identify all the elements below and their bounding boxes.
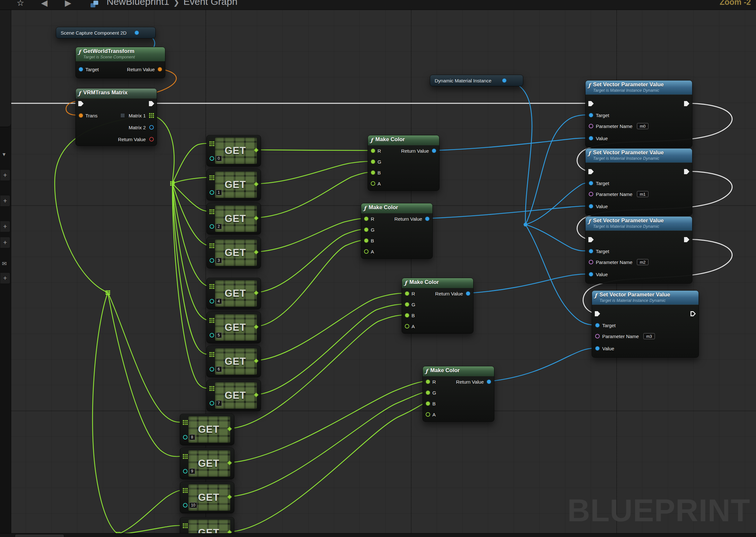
target-pin[interactable] xyxy=(595,323,600,328)
index-pin[interactable] xyxy=(210,258,214,263)
node-array-get-1[interactable]: GET1 xyxy=(206,169,261,200)
exec-in-pin[interactable] xyxy=(589,101,594,106)
index-pin[interactable] xyxy=(210,156,214,161)
value-pin[interactable] xyxy=(589,204,593,209)
node-array-get-8[interactable]: GET8 xyxy=(180,414,234,445)
index-value[interactable]: 0 xyxy=(216,156,222,161)
value-pin[interactable] xyxy=(589,136,593,141)
exec-in-pin[interactable] xyxy=(595,311,600,316)
index-pin[interactable] xyxy=(183,435,188,439)
output-pin[interactable] xyxy=(502,78,507,83)
node-make-color-0[interactable]: ƒMake ColorRGBAReturn Value xyxy=(368,135,439,191)
trans-pin[interactable] xyxy=(79,113,83,118)
index-value[interactable]: 7 xyxy=(216,400,222,406)
r-pin[interactable] xyxy=(405,291,409,296)
node-array-get-5[interactable]: GET5 xyxy=(206,312,261,343)
a-pin[interactable] xyxy=(364,249,369,254)
return-value-pin[interactable] xyxy=(157,67,162,71)
node-make-color-1[interactable]: ƒMake ColorRGBAReturn Value xyxy=(361,203,433,259)
exec-out-pin[interactable] xyxy=(684,101,689,106)
array-pin[interactable] xyxy=(210,243,214,248)
a-pin[interactable] xyxy=(405,324,409,328)
parameter-name-pin[interactable] xyxy=(589,260,593,264)
graph-canvas[interactable]: BLUEPRINT Scene Capture Component 2DDyna… xyxy=(0,0,756,537)
g-pin[interactable] xyxy=(371,159,375,164)
index-pin[interactable] xyxy=(210,333,214,338)
return-value-pin[interactable] xyxy=(432,148,436,153)
exec-in-pin[interactable] xyxy=(589,169,594,174)
array-pin[interactable] xyxy=(210,176,214,180)
node-array-get-9[interactable]: GET9 xyxy=(180,448,234,479)
r-pin[interactable] xyxy=(371,148,375,153)
parameter-name-value[interactable]: m3 xyxy=(643,333,655,339)
node-set-vector-parameter-value-1[interactable]: ƒSet Vector Parameter ValueTarget is Mat… xyxy=(585,148,692,216)
add-tab-button[interactable]: + xyxy=(0,272,10,284)
node-dynamic-material-instance[interactable]: Dynamic Material Instance xyxy=(430,75,523,86)
parameter-name-pin[interactable] xyxy=(595,334,600,338)
a-pin[interactable] xyxy=(371,181,375,186)
g-pin[interactable] xyxy=(426,391,430,395)
favorite-star-icon[interactable]: ☆ xyxy=(17,0,24,8)
breadcrumb-page[interactable]: Event Graph xyxy=(183,0,237,7)
index-pin[interactable] xyxy=(210,190,214,195)
add-tab-button[interactable]: + xyxy=(0,195,10,207)
parameter-name-pin[interactable] xyxy=(589,192,593,196)
output-pin[interactable] xyxy=(135,30,139,35)
parameter-name-pin[interactable] xyxy=(589,124,593,128)
array-pin[interactable] xyxy=(210,318,214,323)
array-pin[interactable] xyxy=(210,142,214,146)
array-pin[interactable] xyxy=(210,352,214,357)
index-value[interactable]: 9 xyxy=(189,468,195,474)
back-icon[interactable]: ◀ xyxy=(41,0,48,8)
array-pin[interactable] xyxy=(210,209,214,214)
target-pin[interactable] xyxy=(589,181,593,186)
index-pin[interactable] xyxy=(210,367,214,371)
add-tab-button[interactable]: + xyxy=(0,237,10,248)
exec-out-pin[interactable] xyxy=(149,101,155,106)
b-pin[interactable] xyxy=(364,238,369,243)
return-value-pin[interactable] xyxy=(466,291,470,296)
caret-down-icon[interactable]: ▾ xyxy=(3,151,5,158)
index-pin[interactable] xyxy=(210,401,214,405)
index-value[interactable]: 5 xyxy=(216,332,222,338)
matrix-type-icon[interactable] xyxy=(121,114,124,117)
index-value[interactable]: 3 xyxy=(216,258,222,263)
return-value-pin[interactable] xyxy=(149,137,154,142)
parameter-name-value[interactable]: m2 xyxy=(637,259,648,265)
node-array-get-7[interactable]: GET7 xyxy=(206,380,261,411)
exec-out-pin[interactable] xyxy=(684,169,689,174)
exec-out-pin[interactable] xyxy=(690,311,696,316)
index-value[interactable]: 8 xyxy=(189,434,195,440)
g-pin[interactable] xyxy=(364,227,369,232)
index-pin[interactable] xyxy=(183,503,188,508)
b-pin[interactable] xyxy=(371,170,375,175)
parameter-name-value[interactable]: m0 xyxy=(637,123,648,129)
tab-compiler-results[interactable]: Compiler Results xyxy=(15,534,64,537)
g-pin[interactable] xyxy=(405,302,409,307)
index-value[interactable]: 4 xyxy=(216,298,222,304)
array-pin[interactable] xyxy=(210,386,214,391)
target-pin[interactable] xyxy=(79,67,83,71)
exec-out-pin[interactable] xyxy=(684,237,689,242)
value-pin[interactable] xyxy=(589,272,593,276)
index-pin[interactable] xyxy=(210,299,214,304)
add-tab-button[interactable]: + xyxy=(0,221,10,232)
a-pin[interactable] xyxy=(426,412,430,417)
node-set-vector-parameter-value-3[interactable]: ƒSet Vector Parameter ValueTarget is Mat… xyxy=(592,290,699,358)
index-value[interactable]: 2 xyxy=(216,224,222,229)
exec-in-pin[interactable] xyxy=(589,237,594,242)
node-array-get-4[interactable]: GET4 xyxy=(206,278,261,309)
array-pin[interactable] xyxy=(210,284,214,289)
array-pin[interactable] xyxy=(183,454,188,459)
node-array-get-6[interactable]: GET6 xyxy=(206,346,261,377)
forward-icon[interactable]: ▶ xyxy=(65,0,71,8)
node-set-vector-parameter-value-0[interactable]: ƒSet Vector Parameter ValueTarget is Mat… xyxy=(585,80,692,147)
node-array-get-3[interactable]: GET3 xyxy=(206,237,261,268)
r-pin[interactable] xyxy=(364,217,369,221)
index-value[interactable]: 6 xyxy=(216,366,222,372)
value-pin[interactable] xyxy=(595,346,600,351)
node-make-color-3[interactable]: ƒMake ColorRGBAReturn Value xyxy=(422,366,494,422)
index-pin[interactable] xyxy=(210,224,214,229)
add-tab-button[interactable]: + xyxy=(0,169,10,181)
index-pin[interactable] xyxy=(183,469,188,474)
